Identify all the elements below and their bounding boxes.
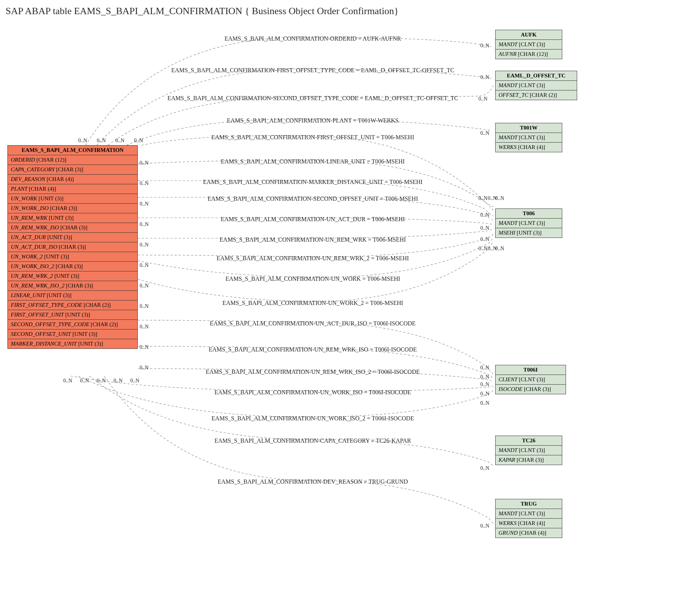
relation-label: EAMS_S_BAPI_ALM_CONFIRMATION-UN_REM_WRK_… (217, 255, 409, 262)
entity-t006i: T006I CLIENT [CLNT (3)]ISOCODE [CHAR (3)… (495, 365, 566, 394)
entity-field: MANDT [CLNT (3)] (496, 40, 562, 50)
relation-label: EAMS_S_BAPI_ALM_CONFIRMATION-UN_WORK_2 =… (222, 300, 403, 306)
relation-label: EAMS_S_BAPI_ALM_CONFIRMATION-LINEAR_UNIT… (221, 158, 405, 165)
relation-label: EAMS_S_BAPI_ALM_CONFIRMATION-PLANT = T00… (227, 117, 399, 124)
cardinality-label: 0..N (480, 130, 489, 136)
cardinality-label: 0..N (80, 378, 89, 384)
cardinality-label: 0..N (130, 378, 139, 384)
entity-t006: T006 MANDT [CLNT (3)]MSEHI [UNIT (3)] (495, 208, 562, 238)
cardinality-label: 0..N (495, 195, 504, 201)
relation-label: EAMS_S_BAPI_ALM_CONFIRMATION-UN_REM_WRK … (220, 236, 406, 243)
cardinality-label: 0..N (140, 303, 149, 309)
entity-t006-header: T006 (496, 209, 562, 219)
entity-field: GRUND [CHAR (4)] (496, 528, 562, 538)
relation-label: EAMS_S_BAPI_ALM_CONFIRMATION-UN_WORK_ISO… (211, 415, 414, 422)
entity-field: ORDERID [CHAR (12)] (8, 155, 137, 165)
cardinality-label: 0..N (97, 378, 106, 384)
cardinality-label: 0..N (480, 365, 489, 371)
entity-eaml-header: EAML_D_OFFSET_TC (496, 71, 577, 81)
entity-field: KAPAR [CHAR (3)] (496, 455, 562, 465)
entity-field: UN_REM_WRK_ISO [CHAR (3)] (8, 223, 137, 233)
entity-aufk-header: AUFK (496, 30, 562, 40)
entity-t006i-header: T006I (496, 365, 566, 375)
cardinality-label: 0..N (480, 400, 489, 406)
entity-aufk: AUFK MANDT [CLNT (3)]AUFNR [CHAR (12)] (495, 30, 562, 59)
cardinality-label: 0..N (140, 242, 149, 248)
entity-field: UN_REM_WRK_2 [UNIT (3)] (8, 271, 137, 281)
cardinality-label: 0..N (495, 246, 504, 252)
relation-label: EAMS_S_BAPI_ALM_CONFIRMATION-SECOND_OFFS… (208, 195, 418, 202)
relation-label: EAMS_S_BAPI_ALM_CONFIRMATION-CAPA_CATEGO… (214, 437, 411, 444)
entity-field: PLANT [CHAR (4)] (8, 184, 137, 194)
entity-eaml: EAML_D_OFFSET_TC MANDT [CLNT (3)]OFFSET_… (495, 71, 577, 100)
cardinality-label: 0..N (480, 374, 489, 380)
relation-label: EAMS_S_BAPI_ALM_CONFIRMATION-MARKER_DIST… (203, 179, 422, 185)
relation-label: EAMS_S_BAPI_ALM_CONFIRMATION-DEV_REASON … (218, 478, 408, 485)
er-diagram: EAMS_S_BAPI_ALM_CONFIRMATION ORDERID [CH… (4, 22, 696, 603)
cardinality-label: 0..N (97, 138, 106, 144)
entity-tc26: TC26 MANDT [CLNT (3)]KAPAR [CHAR (3)] (495, 436, 562, 465)
cardinality-label: 0..N (140, 365, 149, 371)
entity-field: CLIENT [CLNT (3)] (496, 375, 566, 385)
relation-label: EAMS_S_BAPI_ALM_CONFIRMATION-UN_ACT_DUR_… (210, 320, 416, 327)
cardinality-label: 0..N (478, 195, 487, 201)
entity-field: UN_WORK [UNIT (3)] (8, 194, 137, 204)
relation-label: EAMS_S_BAPI_ALM_CONFIRMATION-UN_ACT_DUR … (221, 216, 405, 223)
entity-field: OFFSET_TC [CHAR (2)] (496, 90, 577, 100)
entity-field: CAPA_CATEGORY [CHAR (3)] (8, 165, 137, 175)
entity-field: FIRST_OFFSET_TYPE_CODE [CHAR (2)] (8, 300, 137, 310)
cardinality-label: 0..N (134, 138, 143, 144)
entity-field: SECOND_OFFSET_UNIT [UNIT (3)] (8, 330, 137, 339)
entity-t001w: T001W MANDT [CLNT (3)]WERKS [CHAR (4)] (495, 123, 562, 152)
cardinality-label: 0..N (140, 344, 149, 350)
entity-field: WERKS [CHAR (4)] (496, 519, 562, 528)
relation-label: EAMS_S_BAPI_ALM_CONFIRMATION-UN_WORK_ISO… (214, 389, 411, 396)
cardinality-label: 0..N (140, 262, 149, 268)
entity-main-header: EAMS_S_BAPI_ALM_CONFIRMATION (8, 146, 137, 155)
entity-field: WERKS [CHAR (4)] (496, 143, 562, 152)
entity-tc26-header: TC26 (496, 436, 562, 446)
cardinality-label: 0..N (480, 391, 489, 397)
entity-field: SECOND_OFFSET_TYPE_CODE [CHAR (2)] (8, 320, 137, 330)
cardinality-label: 0..N (63, 378, 72, 384)
entity-field: FIRST_OFFSET_UNIT [UNIT (3)] (8, 310, 137, 320)
cardinality-label: 0..N (140, 160, 149, 166)
entity-field: ISOCODE [CHAR (3)] (496, 385, 566, 394)
entity-field: MANDT [CLNT (3)] (496, 509, 562, 519)
entity-field: AUFNR [CHAR (12)] (496, 50, 562, 59)
entity-field: MANDT [CLNT (3)] (496, 133, 562, 143)
relation-label: EAMS_S_BAPI_ALM_CONFIRMATION-FIRST_OFFSE… (171, 67, 454, 74)
entity-field: LINEAR_UNIT [UNIT (3)] (8, 291, 137, 300)
cardinality-label: 0..N (478, 246, 487, 252)
entity-field: DEV_REASON [CHAR (4)] (8, 175, 137, 184)
entity-field: MSEHI [UNIT (3)] (496, 228, 562, 238)
cardinality-label: 0..N (140, 222, 149, 227)
entity-field: UN_ACT_DUR_ISO [CHAR (3)] (8, 242, 137, 252)
relation-label: EAMS_S_BAPI_ALM_CONFIRMATION-UN_WORK = T… (225, 276, 400, 282)
entity-field: UN_WORK_ISO_2 [CHAR (3)] (8, 262, 137, 271)
relation-label: EAMS_S_BAPI_ALM_CONFIRMATION-ORDERID = A… (225, 35, 401, 42)
cardinality-label: 0..N (480, 74, 489, 80)
cardinality-label: 0..N (140, 283, 149, 289)
page-title: SAP ABAP table EAMS_S_BAPI_ALM_CONFIRMAT… (4, 4, 696, 22)
cardinality-label: 0..N (140, 201, 149, 207)
entity-field: MANDT [CLNT (3)] (496, 81, 577, 90)
cardinality-label: 0..N (140, 181, 149, 187)
entity-field: UN_WORK_ISO [CHAR (3)] (8, 204, 137, 213)
cardinality-label: 0..N (478, 96, 487, 102)
entity-field: UN_ACT_DUR [UNIT (3)] (8, 233, 137, 242)
relation-label: EAMS_S_BAPI_ALM_CONFIRMATION-UN_REM_WRK_… (206, 369, 420, 375)
entity-field: MARKER_DISTANCE_UNIT [UNIT (3)] (8, 339, 137, 348)
entity-field: MANDT [CLNT (3)] (496, 446, 562, 455)
cardinality-label: 0..N (480, 43, 489, 49)
cardinality-label: 0..N (480, 236, 489, 242)
entity-main: EAMS_S_BAPI_ALM_CONFIRMATION ORDERID [CH… (7, 145, 138, 349)
entity-t001w-header: T001W (496, 123, 562, 133)
cardinality-label: 0..N (480, 523, 489, 529)
cardinality-label: 0..N (480, 382, 489, 388)
cardinality-label: 0..N (480, 225, 489, 231)
entity-trug-header: TRUG (496, 499, 562, 509)
entity-field: UN_REM_WRK [UNIT (3)] (8, 213, 137, 223)
entity-field: UN_REM_WRK_ISO_2 [CHAR (3)] (8, 281, 137, 291)
cardinality-label: 0..N (480, 212, 489, 218)
